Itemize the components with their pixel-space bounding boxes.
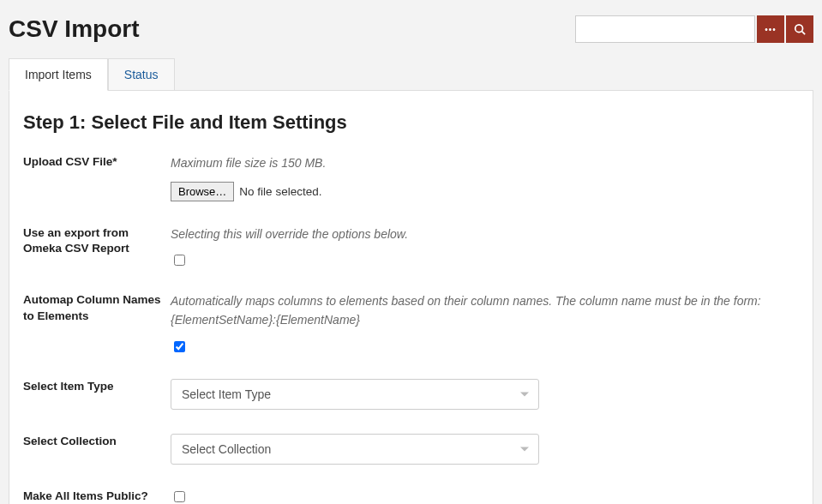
tabs: Import Items Status (9, 58, 813, 91)
automap-checkbox[interactable] (174, 341, 185, 352)
search-advanced-button[interactable] (757, 15, 784, 43)
omeka-export-hint: Selecting this will override the options… (171, 225, 799, 244)
search-input[interactable] (575, 15, 755, 43)
step-title: Step 1: Select File and Item Settings (23, 111, 799, 134)
tab-status[interactable]: Status (108, 58, 175, 91)
collection-select[interactable]: Select Collection (171, 434, 539, 465)
automap-label: Automap Column Names to Elements (23, 292, 171, 323)
omeka-export-checkbox[interactable] (174, 255, 185, 266)
svg-point-0 (795, 25, 803, 33)
item-type-select-value: Select Item Type (182, 387, 271, 401)
browse-button[interactable]: Browse… (171, 182, 234, 201)
search-group (575, 15, 813, 43)
file-status: No file selected. (239, 185, 321, 198)
tab-import-items[interactable]: Import Items (9, 58, 108, 91)
page-title: CSV Import (9, 15, 139, 43)
upload-hint: Maximum file size is 150 MB. (171, 154, 799, 173)
automap-hint: Automatically maps columns to elements b… (171, 292, 799, 329)
item-type-label: Select Item Type (23, 379, 171, 394)
make-public-checkbox[interactable] (174, 491, 185, 502)
collection-select-value: Select Collection (182, 442, 271, 456)
make-public-label: Make All Items Public? (23, 489, 171, 504)
chevron-down-icon (520, 447, 529, 451)
item-type-select[interactable]: Select Item Type (171, 379, 539, 410)
search-button[interactable] (786, 15, 813, 43)
upload-label: Upload CSV File* (23, 154, 171, 170)
form-panel: Step 1: Select File and Item Settings Up… (9, 90, 813, 504)
search-icon (794, 23, 806, 35)
chevron-down-icon (520, 392, 529, 396)
collection-label: Select Collection (23, 434, 171, 449)
omeka-export-label: Use an export from Omeka CSV Report (23, 225, 171, 256)
svg-line-1 (802, 32, 806, 35)
